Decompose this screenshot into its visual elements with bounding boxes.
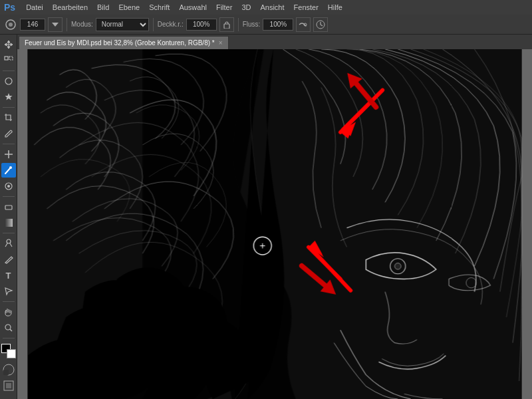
tools-sep-2 [3,107,15,108]
menu-ebene[interactable]: Ebene [114,2,144,13]
menu-bearbeiten[interactable]: Bearbeiten [49,2,92,13]
modus-label: Modus: [71,21,93,28]
foreground-background-colors[interactable] [1,344,16,358]
tool-brush[interactable] [1,163,16,178]
tool-zoom[interactable] [1,321,16,335]
tablet-pressure-btn[interactable] [313,17,328,32]
tools-sep-3 [3,144,15,144]
brush-size-input-group: 146 [20,19,45,31]
fluss-label: Fluss: [243,21,261,28]
modus-select[interactable]: Normal [96,18,149,31]
tool-artboard[interactable] [1,53,16,68]
tool-dodge[interactable] [1,236,16,251]
airbrush-btn[interactable] [296,17,311,32]
separator-3 [238,18,239,31]
tool-gradient[interactable] [1,215,16,230]
tool-healing[interactable] [1,147,16,162]
left-toolbar: T [0,35,17,399]
svg-rect-6 [5,57,8,60]
deckkraft-input-group: 100% [186,19,217,31]
quick-mask-btn[interactable] [1,362,16,377]
menu-3d[interactable]: 3D [237,2,255,13]
artwork-svg [17,49,532,399]
svg-point-24 [394,263,401,270]
brush-options-btn[interactable] [48,17,63,32]
canvas-area: Feuer und Eis by MDI.psd bei 32,8% (Grob… [17,35,532,399]
svg-point-1 [9,23,13,27]
svg-point-8 [5,78,12,84]
image-canvas[interactable] [17,49,532,399]
tool-move[interactable] [1,37,16,52]
fluss-input[interactable]: 100% [263,19,293,31]
brush-preset-icon[interactable] [4,18,17,31]
options-toolbar: 146 Modus: Normal Deckk.r.: 100% Fluss: … [0,15,532,35]
menu-datei[interactable]: Datei [22,2,47,13]
app-logo: Ps [4,2,15,13]
separator-2 [153,18,154,31]
tool-lasso[interactable] [1,74,16,88]
svg-rect-12 [5,205,12,209]
svg-rect-7 [9,57,13,60]
tool-hand[interactable] [1,305,16,319]
tool-clone-stamp[interactable] [1,179,16,194]
tool-eraser[interactable] [1,200,16,214]
svg-marker-2 [52,23,59,27]
tools-sep-4 [3,196,15,197]
svg-rect-17 [3,370,9,375]
separator-1 [66,18,67,31]
svg-rect-3 [224,24,229,29]
menu-bild[interactable]: Bild [93,2,113,13]
deckkraft-input[interactable]: 100% [186,19,217,31]
menu-schrift[interactable]: Schrift [145,2,174,13]
tool-pen[interactable] [1,252,16,267]
main-area: T Feuer und Eis by MDI.psd bei 32,8% (Gr… [0,35,532,399]
menu-ansicht[interactable]: Ansicht [256,2,288,13]
svg-point-15 [5,325,11,330]
deckkraft-lock-btn[interactable] [219,17,234,32]
tool-crop[interactable] [1,110,16,125]
tool-path-select[interactable] [1,284,16,299]
tools-sep-7 [3,338,15,338]
brush-size-input[interactable]: 146 [20,19,45,31]
tab-close-btn[interactable]: × [219,39,223,47]
svg-point-11 [7,185,10,188]
fluss-input-group: 100% [263,19,293,31]
tools-sep-6 [3,301,15,302]
menu-fenster[interactable]: Fenster [290,2,323,13]
menu-auswahl[interactable]: Auswahl [175,2,211,13]
svg-point-9 [9,166,12,169]
svg-point-14 [7,239,11,243]
tool-magic-wand[interactable] [1,90,16,104]
tools-sep-1 [3,70,15,71]
tab-bar: Feuer und Eis by MDI.psd bei 32,8% (Grob… [17,35,532,49]
tool-text[interactable]: T [1,268,16,283]
tools-sep-5 [3,233,15,233]
menu-bar: Ps Datei Bearbeiten Bild Ebene Schrift A… [0,0,532,15]
screen-mode-btn[interactable] [1,378,16,393]
tab-title: Feuer und Eis by MDI.psd bei 32,8% (Grob… [25,39,215,47]
svg-rect-19 [6,383,11,388]
deckkraft-label: Deckk.r.: [158,21,184,28]
menu-filter[interactable]: Filter [212,2,236,13]
menu-hilfe[interactable]: Hilfe [324,2,346,13]
background-color[interactable] [7,349,16,358]
svg-rect-13 [5,219,13,227]
tool-eyedropper[interactable] [1,126,16,141]
document-tab[interactable]: Feuer und Eis by MDI.psd bei 32,8% (Grob… [19,36,229,49]
